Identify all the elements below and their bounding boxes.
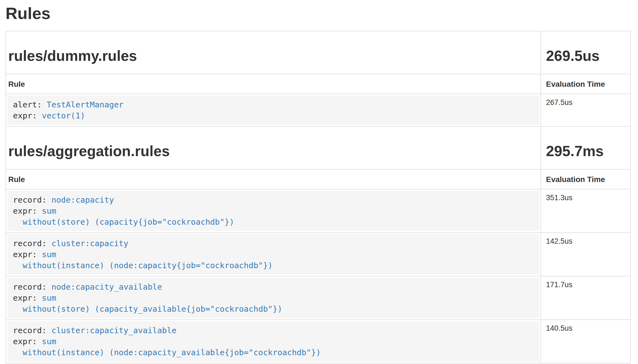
- rule-name-link[interactable]: node:capacity: [52, 195, 114, 205]
- eval-time-column-header: Evaluation Time: [541, 74, 631, 94]
- rule-code-key: expr:: [13, 250, 42, 259]
- rule-table-header-row: RuleEvaluation Time: [6, 74, 631, 94]
- rules-table: rules/dummy.rules269.5usRuleEvaluation T…: [6, 31, 631, 363]
- rule-expr-link[interactable]: without(instance) (node:capacity_availab…: [13, 348, 321, 357]
- rule-group-header-row: rules/aggregation.rules295.7ms: [6, 126, 631, 169]
- eval-time-column-header: Evaluation Time: [541, 169, 631, 189]
- rule-eval-time: 142.5us: [541, 233, 631, 276]
- rule-definition-cell: record: node:capacity expr: sum without(…: [6, 189, 541, 233]
- rule-name-link[interactable]: node:capacity_available: [52, 282, 162, 292]
- rule-row: record: cluster:capacity_available expr:…: [6, 320, 631, 363]
- rule-definition-cell: alert: TestAlertManager expr: vector(1): [6, 94, 541, 126]
- page-title: Rules: [6, 4, 631, 23]
- rule-code-block: record: node:capacity_available expr: su…: [7, 278, 539, 318]
- rule-group-file: rules/dummy.rules: [6, 31, 541, 74]
- rule-code-key: alert:: [13, 100, 47, 109]
- rule-group-file: rules/aggregation.rules: [6, 126, 541, 169]
- rule-code-block: record: cluster:capacity expr: sum witho…: [7, 234, 539, 275]
- rule-name-link[interactable]: cluster:capacity: [52, 239, 128, 248]
- rule-code-key: expr:: [13, 337, 42, 346]
- rule-group-eval-time: 295.7ms: [541, 126, 631, 169]
- rule-row: record: node:capacity_available expr: su…: [6, 276, 631, 320]
- rule-name-link[interactable]: TestAlertManager: [47, 100, 123, 109]
- rule-code-key: expr:: [13, 206, 42, 216]
- rule-code-block: record: cluster:capacity_available expr:…: [7, 321, 539, 362]
- rule-column-header: Rule: [6, 74, 541, 94]
- rule-row: alert: TestAlertManager expr: vector(1)2…: [6, 94, 631, 126]
- rule-expr-link[interactable]: sum: [42, 337, 56, 346]
- rule-group-eval-time: 269.5us: [541, 31, 631, 74]
- rule-code-key: record:: [13, 282, 52, 292]
- rule-code-key: expr:: [13, 111, 42, 120]
- rule-definition-cell: record: node:capacity_available expr: su…: [6, 276, 541, 320]
- rules-page: Rules rules/dummy.rules269.5usRuleEvalua…: [0, 4, 638, 363]
- rule-code-block: alert: TestAlertManager expr: vector(1): [7, 96, 539, 125]
- rule-code-key: expr:: [13, 293, 42, 303]
- rule-definition-cell: record: cluster:capacity_available expr:…: [6, 320, 541, 363]
- rule-eval-time: 140.5us: [541, 320, 631, 363]
- rule-code-key: record:: [13, 326, 52, 335]
- rule-expr-link[interactable]: without(store) (capacity{job="cockroachd…: [13, 217, 234, 227]
- rule-code-key: record:: [13, 239, 52, 248]
- rule-expr-link[interactable]: vector(1): [42, 111, 85, 120]
- rule-table-header-row: RuleEvaluation Time: [6, 169, 631, 189]
- rule-code-key: record:: [13, 195, 52, 205]
- rule-expr-link[interactable]: sum: [42, 293, 56, 303]
- rule-row: record: node:capacity expr: sum without(…: [6, 189, 631, 233]
- rule-eval-time: 267.5us: [541, 94, 631, 126]
- rule-row: record: cluster:capacity expr: sum witho…: [6, 233, 631, 276]
- rule-column-header: Rule: [6, 169, 541, 189]
- rule-eval-time: 171.7us: [541, 276, 631, 320]
- rule-name-link[interactable]: cluster:capacity_available: [52, 326, 177, 335]
- rule-expr-link[interactable]: sum: [42, 206, 56, 216]
- rule-group-header-row: rules/dummy.rules269.5us: [6, 31, 631, 74]
- rule-definition-cell: record: cluster:capacity expr: sum witho…: [6, 233, 541, 276]
- rule-code-block: record: node:capacity expr: sum without(…: [7, 191, 539, 231]
- rule-expr-link[interactable]: sum: [42, 250, 56, 259]
- rule-eval-time: 351.3us: [541, 189, 631, 233]
- rule-expr-link[interactable]: without(instance) (node:capacity{job="co…: [13, 261, 273, 270]
- rule-expr-link[interactable]: without(store) (capacity_available{job="…: [13, 304, 282, 314]
